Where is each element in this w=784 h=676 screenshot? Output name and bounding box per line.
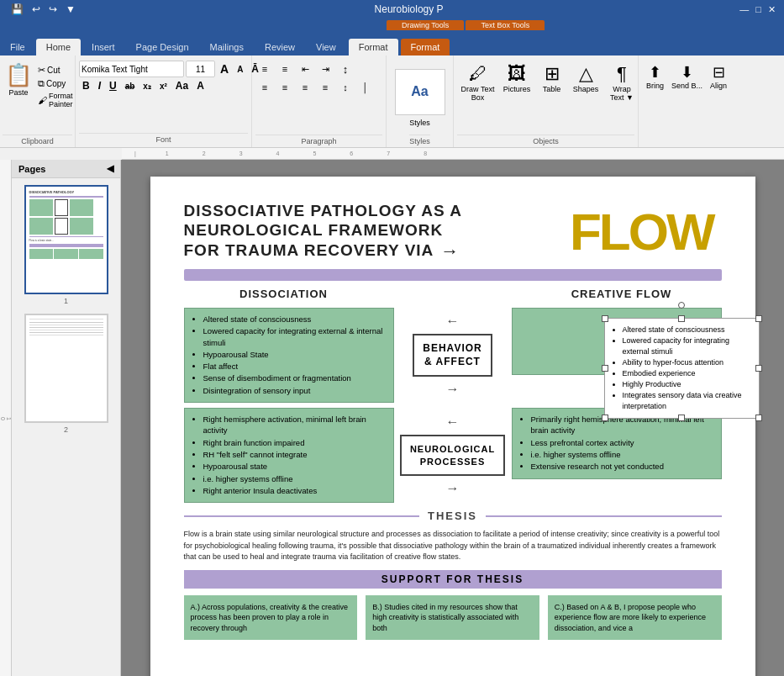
handle-ml[interactable] [602,365,608,372]
handle-tm[interactable] [678,315,685,322]
align-center-button[interactable]: ≡ [276,79,294,96]
tab-mailings[interactable]: Mailings [200,39,254,55]
italic-button[interactable]: I [95,79,104,92]
tab-view[interactable]: View [306,39,346,55]
list-item: Disintegration of sensory input [203,385,387,396]
app-title: Neurobiology P [375,3,444,15]
bullets-button[interactable]: ≡ [255,61,274,77]
font-color-button[interactable]: Aa [172,79,192,92]
font-size-input[interactable] [186,61,215,77]
doc-title-line2: NEUROLOGICAL FRAMEWORK [184,221,562,240]
strikethrough-button[interactable]: ab [122,81,139,92]
title-bar: 💾 ↩ ↪ ▼ Neurobiology P — □ ✕ [0,0,784,18]
support-col-c: C.) Based on A & B, I propose people who… [548,595,722,641]
column-spacing-button[interactable]: │ [356,79,375,96]
undo-button[interactable]: ↩ [29,3,43,16]
floating-textbox[interactable]: Altered state of consciousness Lowered c… [604,318,760,419]
list-item: Right hemisphere activation, minimal lef… [203,414,387,436]
minimize-button[interactable]: — [739,4,749,15]
copy-button[interactable]: ⧉ Copy [36,77,75,90]
wrap-text-icon: ¶ [617,63,627,85]
draw-textbox-button[interactable]: 🖊 Draw Text Box [459,61,497,104]
list-item: Right brain function impaired [203,437,387,448]
thesis-label: THESIS [419,510,486,522]
handle-tl[interactable] [602,315,608,322]
arrows-left: ← [446,314,460,329]
behavior-affect-box: BEHAVIOR& AFFECT [413,334,492,377]
align-objects-button[interactable]: ⊟ Align [708,61,729,92]
paste-label: Paste [8,88,28,97]
pages-panel-collapse[interactable]: ◀ [107,163,113,174]
table-button[interactable]: ⊞ Table [537,61,566,96]
rotation-handle[interactable] [678,302,685,309]
font-grow-button[interactable]: A [217,61,232,77]
font-shrink-button[interactable]: A [234,64,246,75]
textbox-tools-label: Text Box Tools [466,20,545,30]
align-right-button[interactable]: ≡ [296,79,314,96]
doc-title-line3: FOR TRAUMA RECOVERY VIA → [184,240,562,262]
page-thumb-1[interactable]: DISSOCIATIVE PATHOLOGY [18,185,113,305]
line-spacing-button[interactable]: ↕ [336,79,355,96]
subscript-button[interactable]: x₂ [139,81,155,92]
tab-review[interactable]: Review [255,39,305,55]
cut-button[interactable]: ✂ Cut [36,64,75,77]
shapes-button[interactable]: △ Shapes [570,61,602,96]
maximize-button[interactable]: □ [755,4,761,15]
justify-button[interactable]: ≡ [316,79,334,96]
page-thumb-2[interactable]: 2 [18,314,113,434]
flow-text: FLOW [570,206,722,258]
page-thumbnail-1: DISSOCIATIVE PATHOLOGY [24,185,108,294]
pictures-button[interactable]: 🖼 Pictures [500,61,534,96]
paste-button[interactable]: 📋 Paste [3,60,34,99]
tab-insert[interactable]: Insert [82,39,125,55]
handle-bl[interactable] [602,415,608,421]
redo-button[interactable]: ↪ [46,3,60,16]
close-button[interactable]: ✕ [768,4,776,15]
tab-textbox-format[interactable]: Format [401,39,450,55]
document-area[interactable]: DISSOCIATIVE PATHOLOGY AS A NEUROLOGICAL… [121,160,784,676]
bring-forward-button[interactable]: ⬆ Bring [644,61,666,92]
wrap-text-button[interactable]: ¶ Wrap Text ▼ [605,61,639,104]
numbering-button[interactable]: ≡ [276,61,294,77]
window-controls[interactable]: — □ ✕ [739,4,776,15]
draw-textbox-icon: 🖊 [469,63,487,85]
shapes-icon: △ [579,63,593,85]
handle-tr[interactable] [755,315,762,322]
handle-br[interactable] [755,415,762,421]
list-item: Sense of disembodiment or fragmentation [203,372,387,383]
handle-mr[interactable] [755,365,762,372]
tab-page-design[interactable]: Page Design [126,39,199,55]
list-item: Lowered capacity for integrating externa… [623,335,753,357]
list-item: Ability to hyper-focus attention [623,357,753,368]
align-left-button[interactable]: ≡ [255,79,274,96]
pictures-icon: 🖼 [508,63,526,85]
tab-file[interactable]: File [0,39,35,55]
outdent-button[interactable]: ⇤ [296,61,314,77]
save-button[interactable]: 💾 [8,3,26,16]
column-headers: DISSOCIATION CREATIVE FLOW [184,288,722,305]
superscript-button[interactable]: x² [156,81,171,92]
dissociation-neuro-box: Right hemisphere activation, minimal lef… [184,408,394,503]
bold-button[interactable]: B [79,79,93,92]
support-columns: A.) Across populations, creativity & the… [184,595,722,641]
objects-group: 🖊 Draw Text Box 🖼 Pictures ⊞ Table △ Sha… [454,55,639,147]
format-painter-button[interactable]: 🖌 Format Painter [36,91,75,109]
send-back-button[interactable]: ⬇ Send B... [669,61,705,92]
font-name-input[interactable] [79,61,184,77]
quick-access-dropdown[interactable]: ▼ [63,3,78,16]
list-item: Right anterior Insula deactivates [203,485,387,496]
underline-button[interactable]: U [106,79,120,92]
dissociation-behavior-box: Altered state of consciousness Lowered c… [184,308,394,403]
styles-gallery[interactable]: Aa [395,69,445,115]
neuro-processes-box: NEUROLOGICALPROCESSES [400,435,505,476]
tab-drawing-format[interactable]: Format [349,39,398,55]
handle-bm[interactable] [678,415,685,421]
tab-home[interactable]: Home [36,39,81,55]
list-item: Flat affect [203,361,387,372]
neuro-arrows-left: ← [446,415,460,430]
indent-button[interactable]: ⇥ [316,61,334,77]
thesis-line-left [184,515,420,517]
doc-title-line1: DISSOCIATIVE PATHOLOGY AS A [184,202,562,221]
text-highlight-button[interactable]: A [193,79,208,92]
text-direction-button[interactable]: ↕ [336,61,355,77]
